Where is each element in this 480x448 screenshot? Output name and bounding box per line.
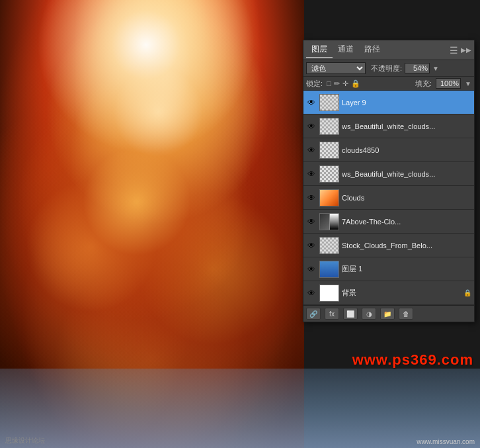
lock-label: 锁定: xyxy=(306,79,323,89)
layer-thumbnail xyxy=(319,142,339,159)
layer-thumbnail xyxy=(319,165,339,183)
layer-item[interactable]: 👁 Layer 9 xyxy=(303,91,474,114)
lock-icon-3[interactable]: ✛ xyxy=(342,79,348,88)
footer-mask-btn[interactable]: ⬜ xyxy=(343,308,358,320)
layer-item[interactable]: 👁 Clouds xyxy=(303,186,474,210)
layers-panel: 图层 通道 路径 ☰ ▶▶ 滤色 不透明度: ▼ 锁定: □ ✏ ✛ 🔒 填充:… xyxy=(303,40,475,322)
layer-visibility[interactable]: 👁 xyxy=(306,193,317,203)
layer-thumbnail xyxy=(319,118,339,135)
layer-visibility[interactable]: 👁 xyxy=(306,240,317,251)
layer-visibility[interactable]: 👁 xyxy=(306,121,317,132)
layer-thumbnail xyxy=(319,94,339,111)
blend-mode-select[interactable]: 滤色 xyxy=(306,62,366,74)
panel-menu-icon[interactable]: ☰ xyxy=(450,45,458,56)
layer-name: Layer 9 xyxy=(342,99,471,107)
opacity-label: 不透明度: xyxy=(371,64,402,73)
footer-link-btn[interactable]: 🔗 xyxy=(306,308,321,320)
layer-thumbnail xyxy=(319,285,339,302)
watermark: www.ps369.com xyxy=(352,351,473,369)
footer-group-btn[interactable]: 📁 xyxy=(380,308,395,320)
tab-channels[interactable]: 通道 xyxy=(333,42,359,58)
lock-icon-2[interactable]: ✏ xyxy=(334,79,340,88)
panel-collapse-icon[interactable]: ▶▶ xyxy=(461,46,471,54)
footer-fx-btn[interactable]: fx xyxy=(325,308,339,320)
layer-name: Stock_Clouds_From_Belo... xyxy=(342,242,471,249)
sky-area xyxy=(0,369,480,448)
layer-thumbnail xyxy=(319,237,339,254)
layer-name: ws_Beautiful_white_clouds... xyxy=(342,122,471,130)
layer-visibility[interactable]: 👁 xyxy=(306,97,317,108)
fill-arrow: ▼ xyxy=(465,80,471,87)
layer-thumbnail xyxy=(319,213,339,230)
panel-footer: 🔗 fx ⬜ ◑ 📁 🗑 xyxy=(303,305,474,322)
layer-item[interactable]: 👁 ws_Beautiful_white_clouds... xyxy=(303,114,474,138)
footer-delete-btn[interactable]: 🗑 xyxy=(399,308,413,320)
layer-name: 图层 1 xyxy=(342,264,471,274)
layer-visibility[interactable]: 👁 xyxy=(306,145,317,156)
layer-name: clouds4850 xyxy=(342,146,471,154)
fill-label: 填充: xyxy=(415,79,432,89)
lock-icon-4[interactable]: 🔒 xyxy=(351,79,360,88)
layer-thumbnail xyxy=(319,261,339,278)
layer-thumbnail xyxy=(319,189,339,206)
layer-item[interactable]: 👁 背景 🔒 xyxy=(303,281,474,305)
layer-item[interactable]: 👁 Stock_Clouds_From_Belo... xyxy=(303,234,474,257)
layer-name: 背景 xyxy=(342,288,461,298)
blend-mode-row: 滤色 不透明度: ▼ xyxy=(303,60,474,77)
lock-row: 锁定: □ ✏ ✛ 🔒 填充: ▼ xyxy=(303,77,474,91)
layer-name: 7Above-The-Clo... xyxy=(342,218,471,226)
opacity-input[interactable] xyxy=(405,63,430,73)
layer-visibility[interactable]: 👁 xyxy=(306,288,317,298)
layer-name: ws_Beautiful_white_clouds... xyxy=(342,170,471,178)
layer-visibility[interactable]: 👁 xyxy=(306,264,317,275)
layer-lock-icon: 🔒 xyxy=(463,289,471,296)
tab-paths[interactable]: 路径 xyxy=(359,42,385,58)
layer-item[interactable]: 👁 ws_Beautiful_white_clouds... xyxy=(303,162,474,186)
layer-item[interactable]: 👁 7Above-The-Clo... xyxy=(303,210,474,234)
panel-tabs: 图层 通道 路径 ☰ ▶▶ xyxy=(303,40,474,60)
opacity-arrow: ▼ xyxy=(432,65,439,72)
tab-layers[interactable]: 图层 xyxy=(306,42,333,58)
lock-icons: □ ✏ ✛ 🔒 xyxy=(327,79,360,88)
fill-input[interactable] xyxy=(436,78,461,89)
layer-item[interactable]: 👁 图层 1 xyxy=(303,257,474,281)
layers-list: 👁 Layer 9 👁 ws_Beautiful_white_clouds...… xyxy=(303,91,474,305)
layer-visibility[interactable]: 👁 xyxy=(306,169,317,179)
layer-visibility[interactable]: 👁 xyxy=(306,216,317,227)
layer-item[interactable]: 👁 clouds4850 xyxy=(303,138,474,162)
credit-right: www.missvuan.com xyxy=(417,438,475,445)
footer-adjustment-btn[interactable]: ◑ xyxy=(362,308,376,320)
credit-left: 思缘设计论坛 xyxy=(5,436,45,445)
layer-name: Clouds xyxy=(342,194,471,202)
lock-icon-1[interactable]: □ xyxy=(327,79,331,87)
